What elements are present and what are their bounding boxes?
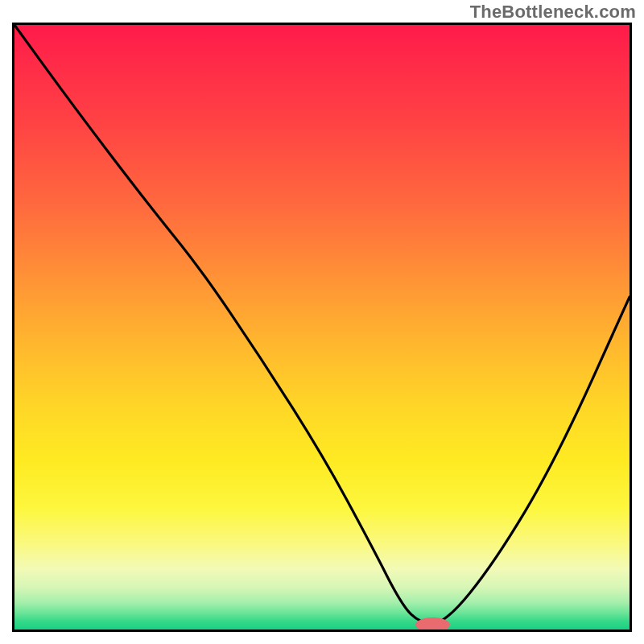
bottleneck-curve	[14, 25, 630, 624]
chart-frame: TheBottleneck.com	[0, 0, 644, 644]
plot-area	[12, 23, 632, 632]
curve-layer	[14, 25, 630, 630]
watermark-text: TheBottleneck.com	[470, 2, 636, 23]
